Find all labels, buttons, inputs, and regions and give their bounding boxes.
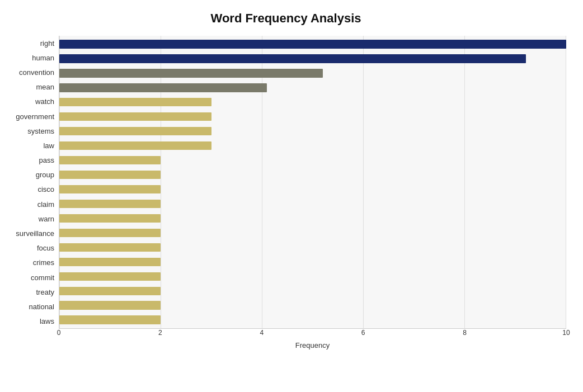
y-label-warn: warn: [6, 215, 54, 223]
bar-row-laws: [59, 313, 566, 327]
bar-row-commit: [59, 269, 566, 284]
y-label-government: government: [6, 113, 54, 120]
bar-row-watch: [59, 95, 566, 110]
bars-wrapper: [59, 36, 566, 328]
y-label-cisco: cisco: [6, 186, 54, 193]
bar-human: [59, 54, 526, 63]
bar-national: [59, 301, 161, 309]
y-label-mean: mean: [6, 83, 54, 91]
y-label-group: group: [6, 171, 54, 178]
chart-title: Word Frequency Analysis: [6, 11, 566, 26]
y-label-convention: convention: [6, 69, 54, 76]
y-labels: righthumanconventionmeanwatchgovernments…: [6, 36, 59, 329]
bar-watch: [59, 98, 211, 106]
y-label-watch: watch: [6, 98, 54, 105]
grid-and-bars: righthumanconventionmeanwatchgovernments…: [6, 36, 566, 329]
bar-row-crimes: [59, 254, 566, 269]
bar-treaty: [59, 287, 161, 295]
bar-laws: [59, 315, 161, 324]
bar-right: [59, 40, 566, 48]
x-tick-8: 8: [463, 329, 467, 337]
x-tick-4: 4: [260, 329, 264, 337]
bar-row-pass: [59, 153, 566, 168]
chart-container: Word Frequency Analysis righthumanconven…: [0, 0, 583, 392]
y-label-laws: laws: [6, 318, 54, 325]
y-label-systems: systems: [6, 127, 54, 135]
bar-commit: [59, 272, 161, 281]
bar-row-cisco: [59, 182, 566, 197]
bar-row-group: [59, 168, 566, 182]
bar-warn: [59, 214, 161, 223]
bar-focus: [59, 243, 161, 252]
bar-row-government: [59, 110, 566, 124]
bar-surveillance: [59, 229, 161, 237]
y-label-human: human: [6, 54, 54, 62]
y-label-surveillance: surveillance: [6, 230, 54, 237]
bar-government: [59, 112, 211, 121]
y-label-crimes: crimes: [6, 259, 54, 266]
y-label-focus: focus: [6, 244, 54, 252]
bar-law: [59, 141, 211, 150]
y-label-law: law: [6, 142, 54, 149]
bar-row-surveillance: [59, 225, 566, 240]
bar-row-right: [59, 37, 566, 51]
y-label-commit: commit: [6, 274, 54, 281]
bar-claim: [59, 200, 161, 208]
bar-row-law: [59, 139, 566, 153]
bar-row-mean: [59, 81, 566, 95]
x-labels-row: 0246810: [59, 329, 566, 340]
bar-convention: [59, 69, 323, 77]
bar-row-warn: [59, 211, 566, 225]
bar-systems: [59, 127, 211, 135]
y-label-national: national: [6, 303, 54, 310]
bar-row-claim: [59, 196, 566, 211]
bar-mean: [59, 83, 267, 92]
y-label-treaty: treaty: [6, 289, 54, 296]
bar-group: [59, 171, 161, 179]
bars-and-grid: [59, 36, 566, 329]
x-tick-0: 0: [57, 329, 61, 337]
bar-cisco: [59, 185, 161, 193]
bar-crimes: [59, 258, 161, 266]
x-tick-2: 2: [158, 329, 162, 337]
chart-area: righthumanconventionmeanwatchgovernments…: [6, 36, 566, 350]
x-tick-6: 6: [361, 329, 365, 337]
y-label-right: right: [6, 40, 54, 47]
bar-row-treaty: [59, 284, 566, 298]
bar-row-national: [59, 298, 566, 313]
y-label-pass: pass: [6, 157, 54, 164]
bar-row-convention: [59, 66, 566, 81]
bar-row-systems: [59, 124, 566, 139]
bar-pass: [59, 156, 161, 164]
bar-row-human: [59, 51, 566, 66]
x-tick-10: 10: [562, 329, 570, 337]
x-axis-title: Frequency: [59, 341, 566, 350]
bar-row-focus: [59, 240, 566, 254]
y-label-claim: claim: [6, 201, 54, 208]
